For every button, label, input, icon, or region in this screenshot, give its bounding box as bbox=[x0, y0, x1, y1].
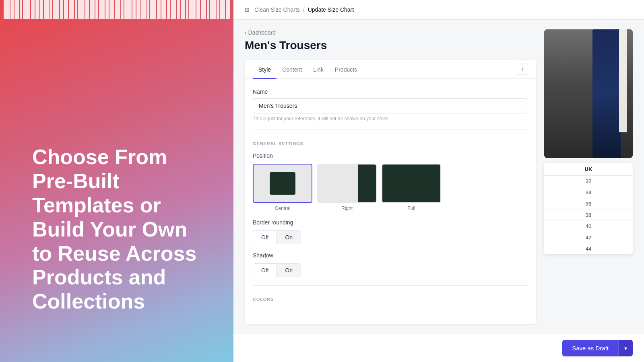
table-row: 38 bbox=[544, 210, 633, 221]
name-hint: This is just for your reference, it will… bbox=[253, 116, 528, 121]
size-table-header: UK bbox=[544, 163, 633, 176]
shadow-on[interactable]: On bbox=[277, 264, 301, 277]
size-table-preview: UK 32 34 36 38 40 42 44 bbox=[544, 163, 633, 254]
divider-1 bbox=[253, 130, 528, 130]
position-right[interactable]: Right bbox=[317, 164, 377, 211]
table-row: 42 bbox=[544, 232, 633, 243]
breadcrumb-separator: / bbox=[303, 6, 305, 13]
preview-panel: UK 32 34 36 38 40 42 44 bbox=[544, 29, 633, 324]
shadow-off[interactable]: Off bbox=[253, 264, 277, 277]
table-row: 34 bbox=[544, 187, 633, 198]
main-content: ‹ Dashboard Men's Trousers Style Content… bbox=[233, 20, 644, 334]
tab-body: Name This is just for your reference, it… bbox=[245, 79, 536, 324]
trouser-silhouette bbox=[592, 29, 621, 158]
save-draft-button[interactable]: Save as Draft bbox=[562, 340, 618, 356]
divider-2 bbox=[253, 285, 528, 286]
table-row: 40 bbox=[544, 221, 633, 232]
position-right-label: Right bbox=[341, 206, 353, 211]
shadow-label: Shadow bbox=[253, 252, 528, 259]
colors-header: COLORS bbox=[253, 294, 528, 302]
collapse-button[interactable]: ‹ bbox=[517, 64, 528, 75]
name-field-group: Name This is just for your reference, it… bbox=[253, 88, 528, 121]
right-panel: ⊞ Clean Size Charts / Update Size Chart … bbox=[233, 0, 644, 362]
position-central-label: Central bbox=[275, 206, 291, 211]
wall-element bbox=[619, 29, 627, 132]
preview-image bbox=[544, 29, 633, 158]
border-rounding-toggle: Off On bbox=[253, 230, 301, 244]
position-card-right[interactable] bbox=[317, 164, 377, 203]
chevron-down-icon: ▾ bbox=[624, 345, 627, 352]
breadcrumb-bar: ⊞ Clean Size Charts / Update Size Chart bbox=[233, 0, 644, 20]
left-content: Choose From Pre-Built Templates or Build… bbox=[32, 145, 209, 314]
table-row: 36 bbox=[544, 198, 633, 210]
table-row: 44 bbox=[544, 243, 633, 255]
border-rounding-off[interactable]: Off bbox=[253, 231, 277, 244]
full-icon bbox=[382, 165, 440, 202]
general-settings-header: GENERAL SETTINGS bbox=[253, 138, 528, 146]
position-card-central[interactable] bbox=[253, 164, 312, 203]
editor-area: ‹ Dashboard Men's Trousers Style Content… bbox=[245, 29, 536, 324]
preview-bg bbox=[544, 29, 633, 158]
page-title: Men's Trousers bbox=[245, 39, 536, 52]
back-link[interactable]: ‹ Dashboard bbox=[245, 29, 536, 36]
left-panel: Choose From Pre-Built Templates or Build… bbox=[0, 0, 233, 362]
tab-link[interactable]: Link bbox=[308, 60, 329, 78]
position-central[interactable]: Central bbox=[253, 164, 312, 211]
position-full[interactable]: Full bbox=[382, 164, 441, 211]
position-options: Central Right bbox=[253, 164, 528, 211]
tab-style[interactable]: Style bbox=[253, 60, 277, 78]
breadcrumb-current: Update Size Chart bbox=[308, 6, 354, 13]
right-icon bbox=[358, 165, 376, 202]
shadow-toggle: Off On bbox=[253, 263, 301, 277]
position-full-label: Full bbox=[407, 206, 415, 211]
left-headline: Choose From Pre-Built Templates or Build… bbox=[32, 145, 209, 314]
save-dropdown-button[interactable]: ▾ bbox=[618, 340, 633, 356]
barcode-decoration bbox=[0, 0, 233, 19]
tab-header: Style Content Link Products ‹ bbox=[245, 60, 536, 79]
position-group: Position Central bbox=[253, 152, 528, 211]
tab-card: Style Content Link Products ‹ Name This … bbox=[245, 60, 536, 324]
breadcrumb-app[interactable]: Clean Size Charts bbox=[254, 6, 300, 13]
tab-content[interactable]: Content bbox=[277, 60, 308, 78]
border-rounding-group: Border rounding Off On bbox=[253, 219, 528, 244]
shadow-group: Shadow Off On bbox=[253, 252, 528, 277]
app-icon: ⊞ bbox=[243, 6, 251, 14]
tab-products[interactable]: Products bbox=[329, 60, 363, 78]
name-input[interactable] bbox=[253, 98, 528, 113]
save-button-group: Save as Draft ▾ bbox=[562, 340, 633, 356]
border-rounding-on[interactable]: On bbox=[277, 231, 301, 244]
footer-bar: Save as Draft ▾ bbox=[233, 334, 644, 362]
table-row: 32 bbox=[544, 176, 633, 187]
position-card-full[interactable] bbox=[382, 164, 441, 203]
central-icon bbox=[270, 172, 295, 195]
border-rounding-label: Border rounding bbox=[253, 219, 528, 226]
name-label: Name bbox=[253, 88, 528, 95]
position-label: Position bbox=[253, 152, 528, 159]
